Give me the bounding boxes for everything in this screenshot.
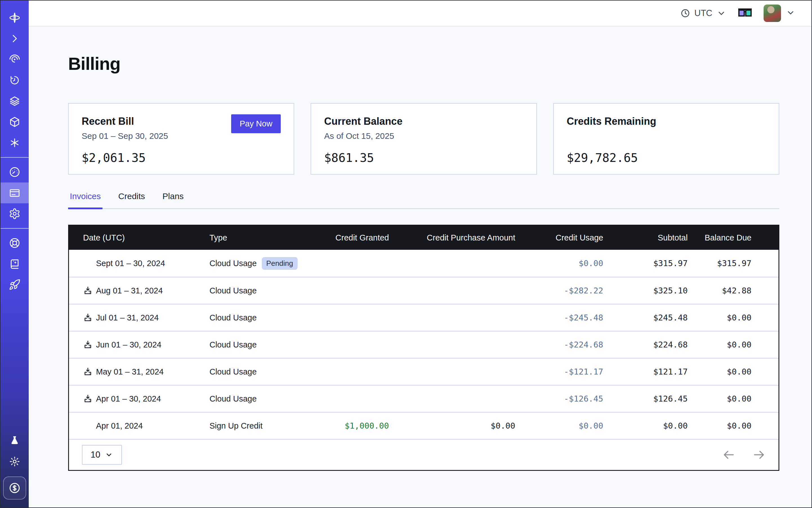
card-subtitle: Sep 01 – Sep 30, 2025 [82, 131, 168, 142]
cell-type: Cloud Usage [210, 313, 313, 323]
tab[interactable]: Credits [117, 192, 147, 208]
table-row: Jul 01 – 31, 2024 Cloud Usage -$245.48 $… [69, 304, 778, 331]
tab[interactable]: Invoices [68, 192, 102, 208]
date-value: Aug 01 – 31, 2024 [96, 286, 163, 295]
type-value: Cloud Usage [210, 313, 257, 323]
eye-spiral-icon[interactable] [1, 49, 29, 70]
download-icon[interactable] [83, 340, 93, 349]
cell-balance-due: $0.00 [688, 394, 778, 404]
sidebar-divider [1, 228, 29, 229]
card-subtitle [567, 131, 766, 142]
card-amount: $29,782.65 [567, 151, 766, 165]
billing-page: UTC Billing [0, 0, 812, 508]
gear-icon[interactable] [1, 203, 29, 224]
type-value: Cloud Usage [210, 394, 257, 404]
asterisk-icon[interactable] [1, 132, 29, 153]
table-row: Jun 01 – 30, 2024 Cloud Usage -$224.68 $… [69, 331, 778, 358]
cell-type: Cloud Usage Pending [210, 257, 313, 270]
clock-icon [680, 8, 690, 18]
tab[interactable]: Plans [161, 192, 185, 208]
date-value: Apr 01, 2024 [96, 421, 143, 431]
cell-date: Apr 01, 2024 [69, 421, 210, 431]
table-row: Apr 01 – 30, 2024 Cloud Usage -$126.45 $… [69, 385, 778, 412]
cell-subtotal: $224.68 [603, 340, 688, 349]
user-menu[interactable] [764, 4, 796, 22]
pay-now-button[interactable]: Pay Now [231, 114, 281, 133]
download-icon[interactable] [83, 367, 93, 377]
card-title: Credits Remaining [567, 116, 766, 127]
rocket-icon[interactable] [1, 274, 29, 295]
cell-subtotal: $325.10 [603, 286, 688, 295]
date-value: May 01 – 31, 2024 [96, 367, 164, 377]
table-header-row: Date (UTC)TypeCredit GrantedCredit Purch… [69, 225, 778, 250]
column-header: Balance Due [688, 233, 778, 243]
type-value: Cloud Usage [210, 340, 257, 349]
download-icon[interactable] [83, 286, 93, 295]
dollar-badge-icon[interactable] [3, 476, 26, 500]
invoices-table: Date (UTC)TypeCredit GrantedCredit Purch… [68, 225, 779, 471]
table-row: May 01 – 31, 2024 Cloud Usage -$121.17 $… [69, 358, 778, 385]
timezone-selector[interactable]: UTC [680, 8, 726, 18]
flask-icon[interactable] [1, 430, 29, 451]
card-amount: $861.35 [324, 151, 523, 165]
cell-credit-usage: $0.00 [515, 421, 603, 431]
status-badge: Pending [262, 257, 298, 270]
avatar[interactable] [764, 4, 781, 22]
table-row: Aug 01 – 31, 2024 Cloud Usage -$282.22 $… [69, 277, 778, 304]
cell-subtotal: $245.48 [603, 313, 688, 323]
tabs: InvoicesCreditsPlans [68, 192, 779, 209]
orbit-logo-icon[interactable] [1, 7, 29, 28]
cube-icon[interactable] [1, 112, 29, 132]
sidebar [1, 1, 29, 507]
card-subtitle: As of Oct 15, 2025 [324, 131, 523, 142]
cell-balance-due: $0.00 [688, 340, 778, 349]
column-header: Type [210, 233, 313, 243]
table-footer: 10 [69, 439, 778, 470]
type-value: Cloud Usage [210, 286, 257, 295]
chevron-down-icon [105, 451, 113, 459]
tab-label: Plans [163, 192, 183, 201]
topbar: UTC [29, 1, 811, 27]
cell-credit-usage: $0.00 [515, 258, 603, 268]
page-title: Billing [68, 53, 779, 74]
card-title: Current Balance [324, 116, 523, 127]
cell-balance-due: $0.00 [688, 421, 778, 431]
cell-type: Cloud Usage [210, 367, 313, 377]
current-balance-card: Current Balance As of Oct 15, 2025 $861.… [310, 103, 537, 175]
type-value: Cloud Usage [210, 259, 257, 268]
cell-balance-due: $0.00 [688, 367, 778, 377]
type-value: Cloud Usage [210, 367, 257, 377]
download-icon[interactable] [83, 394, 93, 404]
page-size-value: 10 [91, 450, 100, 460]
cell-credit-granted: $1,000.00 [313, 421, 389, 431]
download-icon[interactable] [83, 313, 93, 323]
chevron-right-icon[interactable] [1, 28, 29, 49]
column-header: Credit Granted [313, 233, 389, 243]
table-row: Apr 01, 2024 Sign Up Credit $1,000.00 $0… [69, 412, 778, 439]
cell-balance-due: $0.00 [688, 313, 778, 323]
tab-label: Credits [118, 192, 145, 201]
3d-glasses-icon[interactable] [738, 8, 752, 18]
chevron-down-icon[interactable] [785, 8, 796, 19]
prev-page-button[interactable] [722, 448, 735, 461]
credit-card-icon[interactable] [1, 182, 29, 203]
card-amount: $2,061.35 [82, 151, 281, 165]
page-size-select[interactable]: 10 [82, 445, 122, 465]
cell-type: Cloud Usage [210, 394, 313, 404]
cell-subtotal: $0.00 [603, 421, 688, 431]
cell-date: Aug 01 – 31, 2024 [69, 286, 210, 295]
cell-credit-purchase-amount: $0.00 [389, 421, 515, 431]
table-row: Sept 01 – 30, 2024 Cloud Usage Pending $… [69, 250, 778, 277]
timer-icon[interactable] [1, 70, 29, 91]
next-page-button[interactable] [753, 448, 766, 461]
helm-icon[interactable] [1, 232, 29, 253]
sun-icon[interactable] [1, 451, 29, 472]
content: Billing Recent Bill Sep 01 – Sep 30, 202… [29, 27, 811, 471]
column-header: Credit Usage [515, 233, 603, 243]
gauge-icon[interactable] [1, 162, 29, 182]
date-value: Jun 01 – 30, 2024 [96, 340, 161, 349]
tab-label: Invoices [70, 192, 101, 201]
recent-bill-card: Recent Bill Sep 01 – Sep 30, 2025 Pay No… [68, 103, 294, 175]
layers-icon[interactable] [1, 91, 29, 112]
book-sparkle-icon[interactable] [1, 253, 29, 274]
